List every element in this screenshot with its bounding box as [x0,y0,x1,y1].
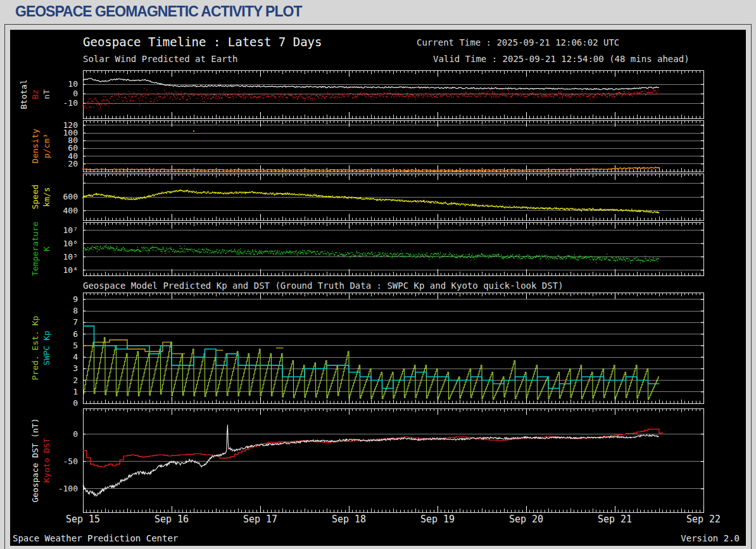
svg-text:km/s: km/s [42,187,51,206]
svg-text:8: 8 [73,306,78,315]
svg-text:10⁶: 10⁶ [63,239,78,248]
svg-text:Speed: Speed [30,184,40,209]
svg-text:4: 4 [73,352,78,362]
svg-text:10: 10 [68,79,78,89]
current-time-label: Current Time : 2025-09-21 12:06:02 UTC [417,37,619,47]
svg-text:2: 2 [73,375,78,385]
svg-text:Geospace DST (nT): Geospace DST (nT) [30,418,40,502]
svg-text:0: 0 [73,398,78,408]
valid-time-label: Valid Time : 2025-09-21 12:54:00 (48 min… [433,54,690,64]
plot-subtitle: Solar Wind Predicted at Earth [83,54,237,64]
svg-text:Bz: Bz [30,89,40,99]
svg-text:Sep 16: Sep 16 [154,514,189,525]
svg-text:Temperature: Temperature [30,222,40,276]
svg-text:Pred. Est. Kp: Pred. Est. Kp [30,315,40,380]
svg-text:400: 400 [63,206,78,215]
footer-source: Space Weather Prediction Center [13,533,178,543]
svg-text:10⁴: 10⁴ [63,265,78,275]
svg-text:Sep 15: Sep 15 [66,514,100,525]
svg-text:0: 0 [73,429,78,439]
svg-text:7: 7 [73,317,78,327]
svg-text:10⁵: 10⁵ [63,252,78,262]
plot-title: Geospace Timeline : Latest 7 Days [83,35,322,49]
footer-version: Version 2.0 [681,533,740,543]
plot-frame: 100-10BtotalBznT12010080604020Densityp/c… [4,24,752,549]
svg-text:-100: -100 [58,484,78,493]
svg-text:Sep 17: Sep 17 [243,514,277,525]
svg-text:Btotal: Btotal [19,80,28,110]
svg-text:Sep 18: Sep 18 [332,514,366,525]
svg-text:9: 9 [73,294,78,304]
page-header: GEOSPACE GEOMAGNETIC ACTIVITY PLOT [0,0,756,24]
svg-text:Sep 21: Sep 21 [598,514,632,525]
svg-text:600: 600 [63,192,78,201]
svg-text:-50: -50 [63,457,78,466]
svg-text:Density: Density [30,129,40,163]
svg-text:20: 20 [68,159,78,168]
svg-text:Sep 22: Sep 22 [686,514,721,525]
svg-text:1: 1 [73,387,78,396]
svg-text:Sep 20: Sep 20 [509,514,543,525]
kp-section-title: Geospace Model Predicted Kp and DST (Gro… [83,281,564,291]
page-title: GEOSPACE GEOMAGNETIC ACTIVITY PLOT [15,3,301,20]
svg-text:SWPC Kp: SWPC Kp [42,331,51,365]
svg-text:6: 6 [73,329,78,339]
plot-surface: 100-10BtotalBznT12010080604020Densityp/c… [10,30,746,546]
svg-text:0: 0 [73,89,78,98]
svg-text:K: K [42,246,51,251]
svg-text:p/cm³: p/cm³ [42,134,51,158]
svg-text:Kyoto DST: Kyoto DST [42,438,51,483]
svg-text:3: 3 [73,363,78,373]
svg-text:nT: nT [42,89,51,99]
svg-text:Sep 19: Sep 19 [420,514,455,525]
svg-text:-10: -10 [63,98,78,108]
svg-text:5: 5 [73,341,78,350]
svg-text:10⁷: 10⁷ [63,225,78,235]
